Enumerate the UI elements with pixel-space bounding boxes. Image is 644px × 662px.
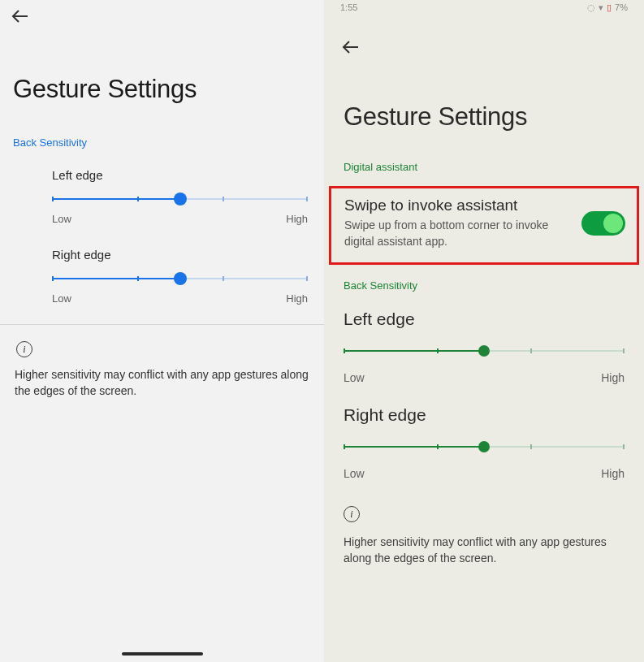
slider-label: Right edge: [344, 405, 625, 425]
slider-track[interactable]: [344, 441, 625, 452]
toggle-title: Swipe to invoke assistant: [344, 197, 572, 214]
toolbar: [0, 0, 324, 32]
slider-left-edge: Left edge Low High: [324, 300, 644, 387]
left-pane: Gesture Settings Back Sensitivity Left e…: [0, 0, 324, 662]
slider-track[interactable]: [344, 345, 625, 357]
slider-right-edge: Right edge Low High: [324, 387, 644, 483]
info-row: i: [0, 325, 324, 362]
slider-minmax: Low High: [344, 467, 625, 480]
back-icon[interactable]: [10, 6, 29, 26]
gesture-nav-bar[interactable]: [122, 652, 203, 656]
slider-minmax: Low High: [52, 213, 308, 225]
slider-label: Left edge: [344, 309, 625, 329]
info-text: Higher sensitivity may conflict with any…: [324, 534, 644, 567]
info-text: Higher sensitivity may conflict with any…: [0, 367, 324, 399]
refresh-icon: ◌: [587, 2, 595, 13]
section-digital-assistant: Digital assistant: [324, 161, 644, 181]
slider-minmax: Low High: [52, 292, 308, 305]
section-back-sensitivity: Back Sensitivity: [0, 136, 324, 155]
slider-track[interactable]: [52, 273, 308, 284]
battery-text: 7%: [615, 2, 628, 12]
slider-label: Right edge: [52, 248, 308, 262]
page-title: Gesture Settings: [324, 63, 644, 161]
toggle-desc: Swipe up from a bottom corner to invoke …: [344, 218, 572, 249]
status-right: ◌ ▾ ▯ 7%: [587, 2, 628, 13]
slider-label: Left edge: [52, 168, 308, 182]
info-row: i: [324, 483, 644, 527]
right-pane: 1:55 ◌ ▾ ▯ 7% Gesture Settings Digital a…: [324, 0, 644, 662]
info-icon: i: [16, 341, 32, 357]
page-title: Gesture Settings: [0, 32, 324, 136]
assistant-text: Swipe to invoke assistant Swipe up from …: [344, 197, 572, 249]
status-bar: 1:55 ◌ ▾ ▯ 7%: [324, 0, 644, 15]
slider-left-edge: Left edge Low High: [0, 155, 324, 235]
toolbar: [324, 15, 644, 63]
battery-icon: ▯: [607, 2, 612, 13]
status-time: 1:55: [340, 2, 357, 12]
location-icon: ▾: [599, 2, 603, 13]
slider-minmax: Low High: [344, 371, 625, 384]
assistant-toggle[interactable]: [581, 211, 625, 236]
section-back-sensitivity: Back Sensitivity: [324, 279, 644, 300]
back-icon[interactable]: [340, 37, 360, 57]
slider-right-edge: Right edge Low High: [0, 235, 324, 314]
info-icon: i: [344, 506, 360, 522]
slider-track[interactable]: [52, 193, 308, 205]
assistant-toggle-card: Swipe to invoke assistant Swipe up from …: [329, 186, 639, 265]
